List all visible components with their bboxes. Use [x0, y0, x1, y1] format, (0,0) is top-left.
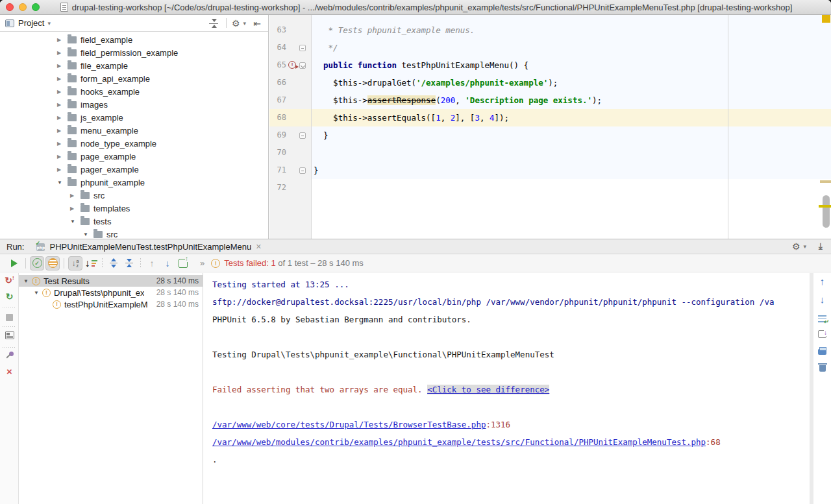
chevron-expanded-icon[interactable]: ▼	[70, 219, 79, 224]
print-button[interactable]	[813, 346, 831, 357]
warning-icon: !	[211, 259, 220, 268]
rerun-failed-tests-button[interactable]: ↻!	[0, 275, 19, 285]
test-failed-gutter-icon[interactable]: !	[288, 61, 296, 69]
editor-line-71: 71}	[269, 162, 831, 179]
chevron-collapsed-icon[interactable]: ▶	[57, 63, 66, 69]
project-tree-item-phpunit_example[interactable]: ▼phpunit_example	[0, 176, 268, 189]
console-link[interactable]: /var/www/web/modules/contrib/examples/ph…	[212, 437, 706, 447]
test-tree-item[interactable]: ▼!Test Results28 s 140 ms	[19, 275, 203, 287]
project-tree-item-file_example[interactable]: ▶file_example	[0, 59, 268, 72]
project-tree-item-field_permission_example[interactable]: ▶field_permission_example	[0, 46, 268, 59]
minimize-window-button[interactable]	[19, 3, 27, 11]
project-tree-item-label: field_example	[81, 35, 132, 45]
project-tree-item-src[interactable]: ▶src	[0, 189, 268, 202]
soft-wrap-button[interactable]	[813, 313, 831, 325]
fold-marker-icon[interactable]	[299, 167, 306, 174]
show-ignored-toggle[interactable]	[45, 256, 60, 270]
project-tree-item-tests[interactable]: ▼tests	[0, 215, 268, 228]
project-tree-item-js_example[interactable]: ▶js_example	[0, 111, 268, 124]
test-status: ! Tests failed: 1 of 1 test – 28 s 140 m…	[211, 258, 364, 268]
next-occurrence-button[interactable]: ↓	[813, 294, 831, 305]
error-stripe-mark[interactable]	[820, 180, 831, 183]
project-tree-item-images[interactable]: ▶images	[0, 98, 268, 111]
console-link[interactable]: /var/www/web/core/tests/Drupal/Tests/Bro…	[212, 420, 486, 429]
restore-layout-button[interactable]	[0, 330, 19, 342]
project-tree-item-page_example[interactable]: ▶page_example	[0, 150, 268, 163]
project-tree-item-pager_example[interactable]: ▶pager_example	[0, 163, 268, 176]
zoom-window-button[interactable]	[32, 3, 40, 11]
chevron-collapsed-icon[interactable]: ▶	[57, 37, 66, 43]
project-tree-item-menu_example[interactable]: ▶menu_example	[0, 124, 268, 137]
console-text: PHPUnit 6.5.8 by Sebastian Bergmann and …	[212, 315, 471, 324]
sort-by-duration-toggle[interactable]: ↓	[84, 256, 98, 270]
test-history-button[interactable]	[176, 256, 190, 270]
printer-icon	[818, 349, 826, 355]
next-failed-test-button[interactable]: ↓	[160, 256, 175, 270]
console-link[interactable]: <Click to see difference>	[427, 385, 549, 394]
chevron-collapsed-icon[interactable]: ▶	[57, 167, 66, 173]
project-tree-item-form_api_example[interactable]: ▶form_api_example	[0, 72, 268, 85]
locate-file-button[interactable]	[208, 18, 219, 29]
stop-button[interactable]	[0, 312, 19, 324]
chevron-expanded-icon[interactable]: ▼	[83, 232, 92, 237]
chevron-collapsed-icon[interactable]: ▶	[57, 76, 66, 82]
run-configuration-tab[interactable]: php ✓ PHPUnitExampleMenuTest.testPhpUnit…	[36, 242, 261, 252]
arrow-down-icon: ↓	[85, 258, 90, 269]
expand-all-button[interactable]	[106, 256, 121, 270]
test-console[interactable]: Testing started at 13:25 ...sftp://docke…	[203, 273, 831, 504]
more-actions-chevrons-icon[interactable]: »	[200, 258, 205, 268]
test-tree-item[interactable]: ▼!Drupal\Tests\phpunit_ex28 s 140 ms	[19, 287, 203, 298]
chevron-expanded-icon[interactable]: ▼	[34, 290, 42, 296]
rerun-tests-button[interactable]: ↻	[0, 291, 19, 302]
clear-all-button[interactable]	[813, 363, 831, 374]
chevron-collapsed-icon[interactable]: ▶	[57, 115, 66, 121]
project-settings-button[interactable]: ⚙▾	[233, 18, 245, 29]
close-window-button[interactable]	[6, 3, 14, 11]
warning-stripe-mark[interactable]	[819, 205, 831, 208]
php-test-icon: php ✓	[36, 242, 45, 252]
chevron-expanded-icon[interactable]: ▼	[57, 180, 66, 186]
project-tree-item-hooks_example[interactable]: ▶hooks_example	[0, 85, 268, 98]
project-tree-item-node_type_example[interactable]: ▶node_type_example	[0, 137, 268, 150]
test-tree-item[interactable]: ▼!testPhpUnitExampleM28 s 140 ms	[19, 298, 203, 310]
collapse-all-icon	[125, 258, 134, 268]
previous-occurrence-button[interactable]: ↑	[813, 276, 831, 287]
inspection-status-indicator[interactable]	[822, 15, 830, 23]
project-view-dropdown-icon[interactable]: ▾	[47, 20, 51, 27]
close-run-panel-button[interactable]: ×	[0, 366, 19, 376]
code-editor[interactable]: 63 * Tests phpunit_example menus.64 */65…	[269, 15, 831, 239]
fold-marker-icon[interactable]	[299, 132, 306, 139]
chevron-collapsed-icon[interactable]: ▶	[70, 193, 79, 198]
hide-project-panel-button[interactable]: ⇤	[251, 18, 263, 29]
editor-scrollbar-thumb[interactable]	[823, 195, 830, 228]
chevron-expanded-icon[interactable]: ▼	[23, 278, 32, 284]
folder-icon	[93, 231, 103, 238]
scroll-to-end-button[interactable]	[813, 329, 831, 341]
collapse-all-button[interactable]	[122, 256, 136, 270]
project-tree-item-templates[interactable]: ▶templates	[0, 202, 268, 215]
chevron-collapsed-icon[interactable]: ▶	[57, 89, 66, 95]
project-tree-item-src[interactable]: ▼src	[0, 228, 268, 239]
chevron-collapsed-icon[interactable]: ▶	[57, 102, 66, 108]
console-line: sftp://docker@drupaltest.docksal:2225/us…	[212, 293, 805, 311]
chevron-collapsed-icon[interactable]: ▶	[57, 50, 66, 56]
rerun-button[interactable]	[7, 256, 21, 270]
close-tab-icon[interactable]: ×	[256, 242, 261, 251]
hide-run-panel-button[interactable]: ⇤	[814, 241, 826, 252]
sort-alphabetically-toggle[interactable]: ↓az	[68, 256, 82, 270]
chevron-collapsed-icon[interactable]: ▶	[57, 141, 66, 147]
show-passed-toggle[interactable]: ✓	[30, 256, 44, 270]
pin-tab-button[interactable]	[0, 351, 19, 363]
chevron-collapsed-icon[interactable]: ▶	[57, 154, 66, 160]
fold-marker-icon[interactable]	[299, 45, 306, 51]
chevron-collapsed-icon[interactable]: ▶	[57, 128, 66, 134]
soft-wrap-icon	[818, 315, 826, 322]
gear-icon: ⚙	[232, 19, 240, 28]
previous-failed-test-button[interactable]: ↑	[145, 256, 159, 270]
fold-marker-icon[interactable]	[299, 62, 306, 69]
run-settings-button[interactable]: ⚙▾	[793, 241, 805, 252]
project-tree-item-field_example[interactable]: ▶field_example	[0, 33, 268, 46]
editor-gutter: 71	[269, 162, 312, 179]
chevron-collapsed-icon[interactable]: ▶	[70, 206, 79, 211]
trash-icon	[819, 365, 826, 372]
